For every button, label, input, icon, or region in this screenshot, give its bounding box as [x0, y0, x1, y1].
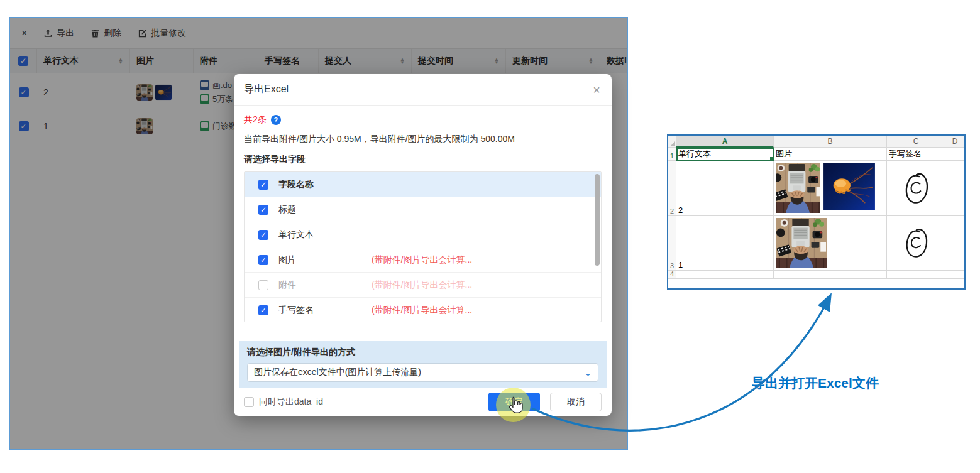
data-id-checkbox[interactable]: ✓: [244, 397, 254, 407]
signature-drawing: [903, 226, 928, 260]
excel-cell-b3: [774, 216, 887, 271]
excel-cell-a1: 单行文本: [676, 148, 774, 161]
excel-col-header-c: C: [887, 136, 945, 148]
field-row-title[interactable]: ✓ 标题: [245, 197, 601, 222]
field-checkbox[interactable]: ✓: [258, 280, 268, 290]
dialog-header: 导出Excel ×: [234, 74, 612, 106]
close-icon[interactable]: ×: [593, 83, 600, 97]
mode-section-label: 请选择图片/附件导出的方式: [247, 347, 598, 358]
field-checkbox[interactable]: ✓: [258, 180, 268, 190]
export-mode-select[interactable]: 图片保存在excel文件中(图片计算上传流量) ⌄: [247, 363, 598, 382]
field-checkbox[interactable]: ✓: [258, 230, 268, 240]
jellyfish-photo: [823, 163, 875, 210]
chevron-down-icon: ⌄: [583, 368, 593, 378]
record-count: 共2条: [244, 114, 267, 126]
excel-cell-a3: 1: [676, 216, 774, 271]
export-data-id-option[interactable]: ✓ 同时导出data_id: [244, 396, 323, 408]
export-size-text: 当前导出附件/图片大小 0.95M，导出附件/图片的最大限制为 500.00M: [244, 134, 602, 145]
excel-cell-b2: [774, 161, 887, 216]
excel-col-header-d: D: [945, 136, 964, 148]
excel-cell-c3: [887, 216, 945, 271]
excel-cell-b1: 图片: [774, 148, 887, 161]
dialog-footer: ✓ 同时导出data_id 确定 取消: [234, 388, 612, 416]
help-icon[interactable]: ?: [271, 115, 281, 125]
scrollbar[interactable]: [595, 174, 600, 320]
field-checkbox[interactable]: ✓: [258, 255, 268, 265]
excel-col-header-a: A: [676, 136, 774, 148]
cancel-button[interactable]: 取消: [550, 393, 602, 411]
fields-section-label: 请选择导出字段: [244, 154, 602, 165]
excel-col-header-b: B: [774, 136, 887, 148]
field-row-header-name[interactable]: ✓ 字段名称: [245, 172, 601, 197]
select-all-corner: [668, 136, 676, 148]
field-checkbox[interactable]: ✓: [258, 205, 268, 215]
export-fields-list: ✓ 字段名称 ✓ 标题 ✓ 单行文本 ✓ 图片 (带附件/图片导出会计算... …: [244, 171, 602, 322]
export-mode-panel: 请选择图片/附件导出的方式 图片保存在excel文件中(图片计算上传流量) ⌄: [239, 341, 607, 388]
excel-preview-window: A B C D 1 单行文本 图片 手写签名 2 2 3 1 4: [667, 134, 966, 290]
excel-row-number: 4: [668, 271, 676, 279]
excel-cell-a2: 2: [676, 161, 774, 216]
excel-row-number: 1: [668, 148, 676, 161]
desk-photo: [776, 218, 827, 268]
export-caption: 导出并打开Excel文件: [752, 374, 879, 392]
excel-cell-c1: 手写签名: [887, 148, 945, 161]
export-excel-dialog: 导出Excel × 共2条 ? 当前导出附件/图片大小 0.95M，导出附件/图…: [234, 74, 612, 416]
excel-cell-c2: [887, 161, 945, 216]
excel-row-number: 2: [668, 161, 676, 216]
desk-photo: [776, 163, 820, 213]
field-row-single-text[interactable]: ✓ 单行文本: [245, 222, 601, 247]
field-row-signature[interactable]: ✓ 手写签名 (带附件/图片导出会计算...: [245, 298, 601, 322]
field-checkbox[interactable]: ✓: [258, 305, 268, 315]
scrollbar-thumb[interactable]: [595, 174, 600, 266]
field-row-attachment[interactable]: ✓ 附件 (带附件/图片导出会计算...: [245, 273, 601, 298]
select-value: 图片保存在excel文件中(图片计算上传流量): [254, 367, 421, 378]
signature-drawing: [903, 171, 929, 206]
dialog-title: 导出Excel: [244, 83, 289, 96]
hand-cursor-icon: [507, 396, 523, 414]
excel-row-number: 3: [668, 216, 676, 271]
field-row-image[interactable]: ✓ 图片 (带附件/图片导出会计算...: [245, 247, 601, 273]
